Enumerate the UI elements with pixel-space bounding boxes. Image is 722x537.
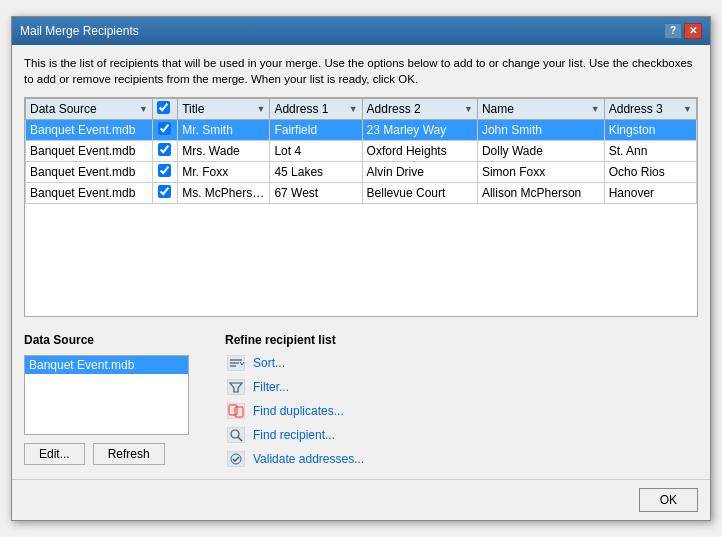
cell-checkbox[interactable] <box>152 183 177 204</box>
cell-datasource: Banquet Event.mdb <box>26 162 153 183</box>
dialog-footer: OK <box>12 479 710 520</box>
help-button[interactable]: ? <box>664 23 682 39</box>
cell-name: Simon Foxx <box>477 162 604 183</box>
datasource-list-item[interactable]: Banquet Event.mdb <box>25 356 188 374</box>
datasource-panel-title: Data Source <box>24 333 209 347</box>
cell-address2: Bellevue Court <box>362 183 477 204</box>
sort-arrow-addr2: ▼ <box>464 104 473 114</box>
edit-button[interactable]: Edit... <box>24 443 85 465</box>
datasource-panel: Data Source Banquet Event.mdb Edit... Re… <box>24 333 209 469</box>
bottom-section: Data Source Banquet Event.mdb Edit... Re… <box>24 327 698 469</box>
instruction-text: This is the list of recipients that will… <box>24 55 698 87</box>
cell-address1: 67 West <box>270 183 362 204</box>
sort-arrow-datasource: ▼ <box>139 104 148 114</box>
table-row[interactable]: Banquet Event.mdbMr. Foxx45 LakesAlvin D… <box>26 162 697 183</box>
col-header-address1[interactable]: Address 1 ▼ <box>270 99 362 120</box>
cell-address2: Alvin Drive <box>362 162 477 183</box>
mail-merge-dialog: Mail Merge Recipients ? ✕ This is the li… <box>11 16 711 521</box>
cell-address1: Fairfield <box>270 120 362 141</box>
cell-address1: 45 Lakes <box>270 162 362 183</box>
find-duplicates-row: Find duplicates... <box>225 401 698 421</box>
svg-rect-4 <box>227 379 245 395</box>
find-duplicates-icon <box>225 402 247 420</box>
table-row[interactable]: Banquet Event.mdbMr. SmithFairfield23 Ma… <box>26 120 697 141</box>
refine-panel-title: Refine recipient list <box>225 333 698 347</box>
cell-address3: Hanover <box>604 183 696 204</box>
col-header-address3[interactable]: Address 3 ▼ <box>604 99 696 120</box>
cell-address3: Ocho Rios <box>604 162 696 183</box>
validate-addresses-row: Validate addresses... <box>225 449 698 469</box>
cell-title: Mrs. Wade <box>178 141 270 162</box>
row-checkbox[interactable] <box>158 143 171 156</box>
col-header-title[interactable]: Title ▼ <box>178 99 270 120</box>
cell-name: Allison McPherson <box>477 183 604 204</box>
cell-address1: Lot 4 <box>270 141 362 162</box>
cell-datasource: Banquet Event.mdb <box>26 141 153 162</box>
cell-datasource: Banquet Event.mdb <box>26 183 153 204</box>
row-checkbox[interactable] <box>158 185 171 198</box>
cell-checkbox[interactable] <box>152 120 177 141</box>
recipients-table-container: Data Source ▼ Title ▼ <box>24 97 698 317</box>
validate-addresses-link[interactable]: Validate addresses... <box>253 452 364 466</box>
dialog-body: This is the list of recipients that will… <box>12 45 710 479</box>
table-row[interactable]: Banquet Event.mdbMs. McPherson67 WestBel… <box>26 183 697 204</box>
refresh-button[interactable]: Refresh <box>93 443 165 465</box>
header-checkbox[interactable] <box>157 101 170 114</box>
cell-datasource: Banquet Event.mdb <box>26 120 153 141</box>
close-button[interactable]: ✕ <box>684 23 702 39</box>
filter-link[interactable]: Filter... <box>253 380 289 394</box>
find-duplicates-link[interactable]: Find duplicates... <box>253 404 344 418</box>
filter-row: Filter... <box>225 377 698 397</box>
recipients-table: Data Source ▼ Title ▼ <box>25 98 697 204</box>
refine-panel: Refine recipient list Sort... <box>225 333 698 469</box>
cell-address2: 23 Marley Way <box>362 120 477 141</box>
cell-name: Dolly Wade <box>477 141 604 162</box>
filter-icon <box>225 378 247 396</box>
sort-arrow-addr1: ▼ <box>349 104 358 114</box>
title-bar: Mail Merge Recipients ? ✕ <box>12 17 710 45</box>
col-header-name[interactable]: Name ▼ <box>477 99 604 120</box>
find-recipient-icon <box>225 426 247 444</box>
sort-arrow-name: ▼ <box>591 104 600 114</box>
cell-title: Ms. McPherson <box>178 183 270 204</box>
validate-addresses-icon <box>225 450 247 468</box>
col-header-datasource[interactable]: Data Source ▼ <box>26 99 153 120</box>
datasource-listbox[interactable]: Banquet Event.mdb <box>24 355 189 435</box>
title-bar-buttons: ? ✕ <box>664 23 702 39</box>
table-row[interactable]: Banquet Event.mdbMrs. WadeLot 4Oxford He… <box>26 141 697 162</box>
sort-arrow-addr3: ▼ <box>683 104 692 114</box>
svg-rect-12 <box>227 451 245 467</box>
cell-name: John Smith <box>477 120 604 141</box>
cell-checkbox[interactable] <box>152 162 177 183</box>
sort-link[interactable]: Sort... <box>253 356 285 370</box>
col-header-address2[interactable]: Address 2 ▼ <box>362 99 477 120</box>
row-checkbox[interactable] <box>158 164 171 177</box>
cell-address3: St. Ann <box>604 141 696 162</box>
cell-address2: Oxford Heights <box>362 141 477 162</box>
sort-row: Sort... <box>225 353 698 373</box>
datasource-buttons: Edit... Refresh <box>24 443 209 465</box>
dialog-title: Mail Merge Recipients <box>20 24 139 38</box>
find-recipient-row: Find recipient... <box>225 425 698 445</box>
cell-title: Mr. Smith <box>178 120 270 141</box>
cell-checkbox[interactable] <box>152 141 177 162</box>
col-header-check[interactable] <box>152 99 177 120</box>
ok-button[interactable]: OK <box>639 488 698 512</box>
find-recipient-link[interactable]: Find recipient... <box>253 428 335 442</box>
sort-arrow-title: ▼ <box>256 104 265 114</box>
sort-icon <box>225 354 247 372</box>
row-checkbox[interactable] <box>158 122 171 135</box>
cell-address3: Kingston <box>604 120 696 141</box>
cell-title: Mr. Foxx <box>178 162 270 183</box>
